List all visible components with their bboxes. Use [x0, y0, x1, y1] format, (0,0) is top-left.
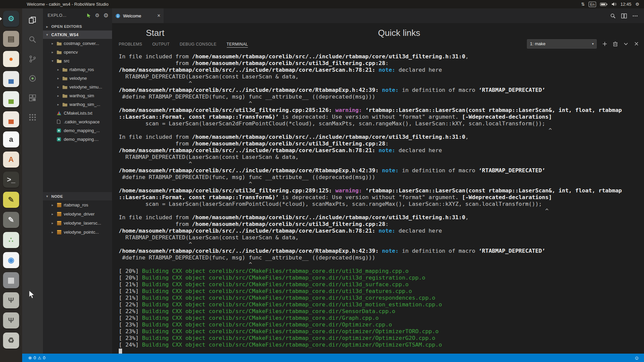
- chevron-right-icon: ▸: [52, 212, 57, 216]
- node-item[interactable]: ▸velodyne_pointc...: [43, 228, 112, 237]
- battery-icon[interactable]: [600, 2, 607, 6]
- open-editors-header[interactable]: ▸ OPEN EDITORS: [43, 22, 112, 31]
- dock-notes-editor[interactable]: ✎: [3, 212, 19, 228]
- tree-item[interactable]: ▸opencv: [43, 48, 112, 56]
- dock-libreoffice-calc[interactable]: ▄: [3, 91, 19, 107]
- dock-usb-drive-2[interactable]: Ψ: [3, 312, 19, 328]
- panel-tab-problems[interactable]: PROBLEMS: [119, 42, 142, 47]
- dock-trash[interactable]: ♻: [3, 333, 19, 349]
- terminal-line: [ 22%] Building CXX object corelib/src/C…: [119, 315, 644, 321]
- activitybar-search[interactable]: [22, 30, 43, 49]
- locate-cursor-icon[interactable]: [87, 13, 91, 18]
- explorer-icon: [28, 16, 37, 24]
- amazon-icon: a: [9, 136, 13, 143]
- volume-icon[interactable]: [611, 2, 616, 6]
- tree-item[interactable]: ▸demo_mapping....: [43, 135, 112, 143]
- tree-item[interactable]: ▾src: [43, 56, 112, 65]
- toggle-panel-button[interactable]: [623, 41, 629, 47]
- tree-item[interactable]: ▸warthog_sim: [43, 91, 112, 100]
- tree-item[interactable]: ▸demo_mapping_...: [43, 126, 112, 135]
- node-item[interactable]: ▸rtabmap_ros: [43, 200, 112, 209]
- errors-icon: ⊗: [28, 355, 32, 360]
- tree-item[interactable]: ▸velodyne_simu...: [43, 82, 112, 91]
- panel-tabbar: PROBLEMSOUTPUTDEBUG CONSOLETERMINAL 1: m…: [112, 38, 644, 49]
- terminal-line: In file included from /home/masoumeh/rta…: [119, 53, 644, 60]
- node-item-label: velodyne_pointc...: [64, 230, 99, 235]
- terminal-picker[interactable]: 1: make ▾: [527, 39, 597, 49]
- ubuntu-software-icon: A: [8, 156, 14, 163]
- tree-item[interactable]: ▸velodyne: [43, 74, 112, 82]
- terminal-line: ^: [119, 127, 644, 134]
- new-terminal-button[interactable]: [602, 41, 607, 47]
- node-item[interactable]: ▸velodyne_driver: [43, 209, 112, 219]
- ros-node-icon: [57, 212, 64, 217]
- dock-software-updater[interactable]: ∴: [3, 232, 19, 248]
- terminal-line: /home/masoumeh/rtabmap/corelib/src/../in…: [119, 167, 644, 174]
- dock-ubuntu-software[interactable]: A: [3, 152, 19, 168]
- dock-file-manager[interactable]: ▤: [3, 31, 19, 47]
- dock-roboware-studio[interactable]: ⚙: [3, 11, 19, 27]
- split-editor-icon[interactable]: [621, 13, 627, 19]
- tree-item-label: CMakeLists.txt: [64, 111, 92, 116]
- open-preview-icon[interactable]: [610, 13, 616, 19]
- chevron-down-icon: ▾: [46, 33, 51, 37]
- workspace-root-header[interactable]: ▾ CATKIN_WS4: [43, 31, 112, 39]
- terminal-line: /home/masoumeh/rtabmap/corelib/src/../in…: [119, 228, 644, 234]
- chevron-right-icon: ▸: [52, 221, 57, 225]
- welcome-quicklinks-heading: Quick links: [378, 28, 420, 38]
- libreoffice-impress-icon: ▄: [8, 116, 14, 123]
- tree-item[interactable]: ▸costmap_conver...: [43, 39, 112, 48]
- tree-item[interactable]: ▸CMakeLists.txt: [43, 109, 112, 117]
- dock-workspace-switcher[interactable]: ▦: [3, 272, 19, 288]
- dock-libreoffice-writer[interactable]: ▄: [3, 71, 19, 87]
- dock-usb-drive-1[interactable]: Ψ: [3, 292, 19, 308]
- unity-launcher: ⚙▤●▄▄▄aA>_✎✎∴◉▦ΨΨ♻: [0, 8, 22, 362]
- dock-amazon[interactable]: a: [3, 131, 19, 147]
- dock-chrome[interactable]: ◉: [3, 252, 19, 268]
- session-gear-icon[interactable]: ⚙: [635, 2, 639, 7]
- kill-terminal-button[interactable]: [613, 41, 618, 47]
- tree-item-label: rtabmap_ros: [69, 67, 94, 72]
- terminal-line: [ 23%] Building CXX object corelib/src/C…: [119, 328, 644, 335]
- close-panel-button[interactable]: [634, 41, 639, 46]
- dock-firefox[interactable]: ●: [3, 51, 19, 67]
- more-actions-icon[interactable]: [632, 13, 638, 19]
- activitybar-ros-tools[interactable]: [22, 108, 43, 127]
- settings-gear-icon[interactable]: ⚙: [103, 12, 109, 19]
- activitybar-source-control[interactable]: [22, 49, 43, 69]
- dock-text-editor[interactable]: ✎: [3, 192, 19, 208]
- close-tab-icon[interactable]: ×: [157, 13, 160, 19]
- tree-item[interactable]: ▸.catkin_workspace: [43, 117, 112, 126]
- node-section-header[interactable]: ▾ NODE: [43, 192, 112, 200]
- explorer-sidebar: EXPLO... ⚙ ⚙ ▸ OPEN EDITORS ▾ CATKIN_WS4…: [43, 8, 112, 354]
- activitybar-explorer[interactable]: [22, 10, 43, 30]
- problems-indicator[interactable]: ⊗ 0 ⚠ 0: [28, 355, 45, 360]
- folder-icon: [62, 94, 69, 98]
- usb-drive-2-icon: Ψ: [8, 317, 14, 324]
- activitybar-extensions[interactable]: [22, 88, 43, 108]
- editor-area: Welcome × Start Quick links PROBLEMSOUTP…: [112, 8, 644, 354]
- clock[interactable]: 12:45: [621, 2, 632, 7]
- node-item[interactable]: ▸velodyne_lasersc...: [43, 219, 112, 228]
- terminal-output[interactable]: In file included from /home/masoumeh/rta…: [112, 49, 644, 354]
- feedback-smiley-icon[interactable]: ☺: [634, 355, 639, 361]
- tree-item-label: velodyne: [69, 76, 87, 81]
- folder-icon: [62, 67, 69, 72]
- ros-settings-gear-icon[interactable]: ⚙: [95, 12, 100, 18]
- tree-item[interactable]: ▸rtabmap_ros: [43, 65, 112, 74]
- terminal-line: In file included from /home/masoumeh/rta…: [119, 134, 644, 140]
- chevron-right-icon: ▸: [57, 94, 62, 98]
- status-bar: ⊗ 0 ⚠ 0 ☺: [22, 354, 644, 362]
- dock-libreoffice-impress[interactable]: ▄: [3, 111, 19, 127]
- tab-welcome[interactable]: Welcome ×: [112, 8, 164, 23]
- activitybar-debug[interactable]: [22, 69, 43, 88]
- network-icon[interactable]: ⇅: [581, 2, 585, 7]
- dock-terminal[interactable]: >_: [3, 172, 19, 188]
- keyboard-layout-indicator[interactable]: En: [589, 2, 596, 7]
- terminal-line: [ 21%] Building CXX object corelib/src/C…: [119, 295, 644, 301]
- panel-tab-debug-console[interactable]: DEBUG CONSOLE: [180, 42, 217, 47]
- panel-tab-output[interactable]: OUTPUT: [152, 42, 170, 47]
- debug-icon: [28, 74, 37, 83]
- panel-tab-terminal[interactable]: TERMINAL: [227, 42, 248, 48]
- tree-item[interactable]: ▸warthog_sim_...: [43, 100, 112, 109]
